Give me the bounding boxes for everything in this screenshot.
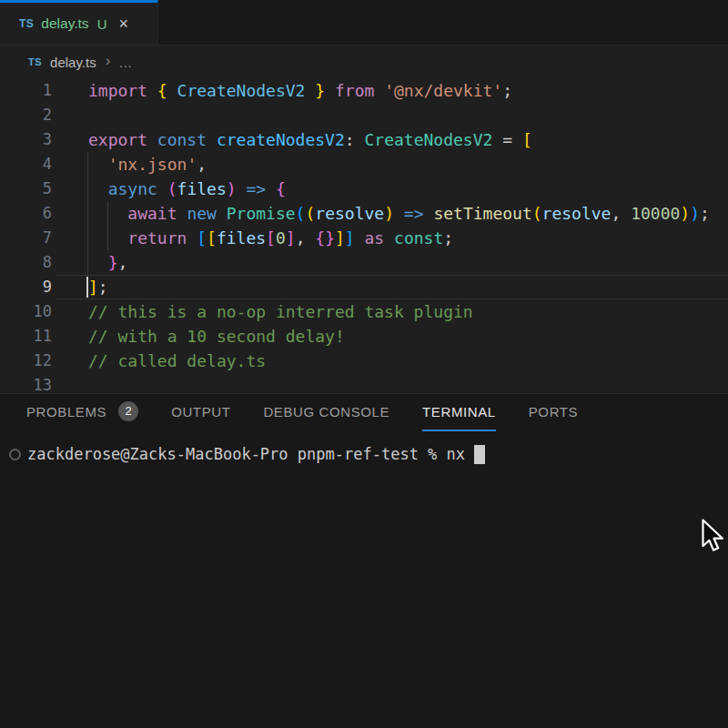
code-line[interactable]: 4 'nx.json', xyxy=(0,152,728,177)
code-editor[interactable]: 1import { CreateNodesV2 } from '@nx/devk… xyxy=(0,78,728,393)
line-number[interactable]: 11 xyxy=(0,324,52,349)
panel-tab-terminal[interactable]: TERMINAL xyxy=(422,396,496,431)
code-text xyxy=(52,373,88,393)
code-text: import { CreateNodesV2 } from '@nx/devki… xyxy=(52,78,512,103)
code-text: // called delay.ts xyxy=(52,349,266,373)
line-number[interactable]: 2 xyxy=(0,103,52,127)
line-number[interactable]: 5 xyxy=(0,177,52,201)
code-text xyxy=(52,103,88,127)
line-number[interactable]: 7 xyxy=(0,226,52,250)
code-text: // this is a no-op interred task plugin xyxy=(52,299,473,324)
code-line[interactable]: 13 xyxy=(0,373,728,393)
typescript-icon: TS xyxy=(19,17,34,30)
line-number[interactable]: 12 xyxy=(0,349,52,373)
panel-tab-label: PROBLEMS xyxy=(26,404,106,420)
code-line[interactable]: 3export const createNodesV2: CreateNodes… xyxy=(0,127,728,152)
line-number[interactable]: 13 xyxy=(0,373,52,393)
line-number[interactable]: 4 xyxy=(0,152,52,177)
panel-tab-output[interactable]: OUTPUT xyxy=(171,396,230,431)
terminal[interactable]: zackderose@Zacks-MacBook-Pro pnpm-ref-te… xyxy=(0,444,728,464)
terminal-cursor xyxy=(474,445,485,464)
tab-filename: delay.ts xyxy=(41,15,88,32)
code-line[interactable]: 8 }, xyxy=(0,250,728,275)
panel-tab-problems[interactable]: PROBLEMS2 xyxy=(26,396,138,431)
command-indicator-icon xyxy=(9,449,21,460)
terminal-prompt: zackderose@Zacks-MacBook-Pro pnpm-ref-te… xyxy=(27,444,465,464)
code-line[interactable]: 9]; xyxy=(0,275,728,299)
code-line[interactable]: 6 await new Promise((resolve) => setTime… xyxy=(0,201,728,226)
line-number[interactable]: 3 xyxy=(0,127,52,152)
close-icon[interactable]: × xyxy=(118,15,128,32)
code-line[interactable]: 10// this is a no-op interred task plugi… xyxy=(0,299,728,324)
panel-tab-label: OUTPUT xyxy=(171,404,230,420)
code-text: }, xyxy=(52,250,127,275)
code-text: await new Promise((resolve) => setTimeou… xyxy=(52,201,710,226)
code-line[interactable]: 1import { CreateNodesV2 } from '@nx/devk… xyxy=(0,78,728,103)
code-line[interactable]: 11// with a 10 second delay! xyxy=(0,324,728,349)
line-number[interactable]: 6 xyxy=(0,201,52,226)
problems-count-badge: 2 xyxy=(118,401,138,421)
chevron-right-icon: › xyxy=(106,52,111,70)
code-text: 'nx.json', xyxy=(52,152,207,177)
code-line[interactable]: 5 async (files) => { xyxy=(0,177,728,201)
panel-tab-debug-console[interactable]: DEBUG CONSOLE xyxy=(263,396,389,431)
line-number[interactable]: 10 xyxy=(0,299,52,324)
code-text: // with a 10 second delay! xyxy=(52,324,345,349)
code-text: export const createNodesV2: CreateNodesV… xyxy=(52,127,532,152)
typescript-icon: TS xyxy=(28,56,42,67)
breadcrumb-symbol-ellipsis[interactable]: … xyxy=(118,55,132,70)
panel-tab-label: DEBUG CONSOLE xyxy=(263,404,389,420)
code-line[interactable]: 7 return [[files[0], {}]] as const; xyxy=(0,226,728,250)
code-text: async (files) => { xyxy=(52,177,286,201)
bottom-panel: PROBLEMS2OUTPUTDEBUG CONSOLETERMINALPORT… xyxy=(0,393,728,728)
code-text: ]; xyxy=(52,275,108,299)
panel-tab-label: TERMINAL xyxy=(422,404,496,420)
breadcrumb-file[interactable]: delay.ts xyxy=(50,55,96,70)
line-number[interactable]: 1 xyxy=(0,78,52,103)
git-untracked-badge: U xyxy=(97,16,107,32)
code-text: return [[files[0], {}]] as const; xyxy=(52,226,453,250)
code-area: 1import { CreateNodesV2 } from '@nx/devk… xyxy=(0,78,728,393)
panel-tab-label: PORTS xyxy=(529,404,578,420)
panel-tab-bar: PROBLEMS2OUTPUTDEBUG CONSOLETERMINALPORT… xyxy=(0,394,728,432)
vscode-window: TS delay.ts U × TS delay.ts › … 1import … xyxy=(0,0,728,728)
panel-tab-ports[interactable]: PORTS xyxy=(529,396,578,431)
tab-delay-ts[interactable]: TS delay.ts U × xyxy=(0,0,158,45)
line-number[interactable]: 9 xyxy=(0,275,52,299)
line-number[interactable]: 8 xyxy=(0,250,52,275)
breadcrumb: TS delay.ts › … xyxy=(0,46,728,78)
text-caret xyxy=(86,277,88,298)
code-line[interactable]: 2 xyxy=(0,103,728,127)
editor-tab-bar: TS delay.ts U × xyxy=(0,0,728,46)
code-line[interactable]: 12// called delay.ts xyxy=(0,349,728,373)
